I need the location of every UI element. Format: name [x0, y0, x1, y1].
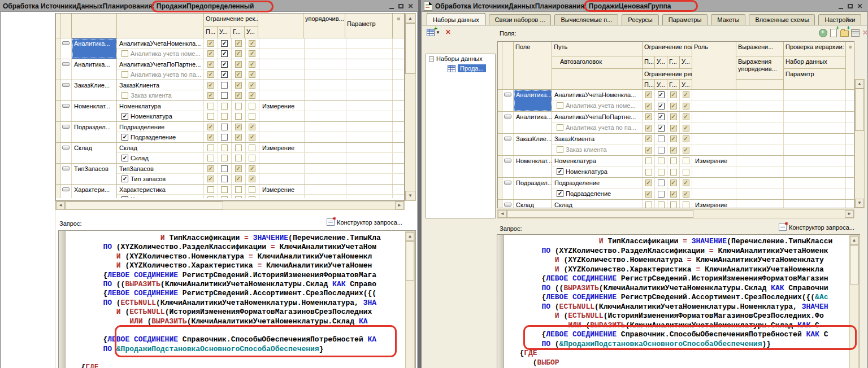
header-cb[interactable]: Г...	[667, 80, 680, 90]
tab-2[interactable]: Связи наборов ...	[489, 14, 552, 25]
restriction-cell[interactable]	[667, 200, 680, 208]
table-row-sub[interactable]: Тип запасов	[117, 174, 405, 184]
row-marker[interactable]	[60, 59, 72, 80]
row-marker[interactable]	[502, 134, 514, 155]
param-cell[interactable]	[346, 69, 393, 80]
order-cell[interactable]	[305, 90, 346, 100]
checkbox[interactable]	[683, 157, 689, 164]
param-cell[interactable]	[346, 59, 393, 69]
path-cell[interactable]: Номенклатура	[117, 101, 204, 111]
path-cell-sub[interactable]: Номенклатура	[552, 167, 643, 177]
restriction-cell[interactable]	[246, 111, 260, 121]
restriction-cell[interactable]	[246, 38, 260, 48]
table-row-group[interactable]: Аналитика...АналитикаУчетаПоПартне...Ана…	[56, 59, 405, 80]
field-cell[interactable]: Подраздел...	[514, 178, 552, 199]
order-cell[interactable]	[736, 200, 784, 208]
checkbox[interactable]	[235, 82, 242, 89]
restriction-cell[interactable]	[680, 122, 692, 133]
row-marker[interactable]	[502, 112, 514, 133]
role-cell[interactable]	[259, 90, 305, 100]
path-cell-sub[interactable]: Подразделение	[552, 189, 643, 199]
header-restriction-rec[interactable]: Ограничение рек...	[204, 14, 258, 27]
restriction-cell[interactable]	[218, 185, 232, 194]
row-marker[interactable]	[502, 178, 514, 199]
left-table-vscrollbar[interactable]: ▲ ▼	[405, 13, 416, 201]
checkbox[interactable]	[249, 124, 255, 130]
checkbox[interactable]	[221, 144, 228, 151]
restriction-cell[interactable]	[655, 200, 667, 208]
restriction-cell[interactable]	[680, 134, 692, 144]
param-cell[interactable]	[346, 195, 393, 198]
restriction-cell[interactable]	[643, 134, 655, 144]
restriction-cell[interactable]	[655, 112, 667, 122]
checkbox[interactable]	[121, 92, 128, 99]
checkbox[interactable]	[221, 71, 228, 78]
path-cell-sub[interactable]: Аналитика учета номе...	[117, 49, 204, 59]
table-row-group[interactable]: Аналитика...АналитикаУчетаНоменкла...Ана…	[498, 90, 854, 112]
checkbox[interactable]	[221, 103, 228, 109]
role-cell[interactable]	[259, 59, 305, 69]
param-cell[interactable]	[784, 200, 846, 208]
row-marker[interactable]	[60, 38, 72, 59]
order-cell[interactable]	[305, 38, 346, 48]
restriction-cell[interactable]	[246, 174, 260, 184]
restriction-cell[interactable]	[232, 80, 246, 90]
order-cell[interactable]	[736, 189, 784, 199]
role-cell[interactable]	[259, 111, 305, 121]
tree-root-datasets[interactable]: Наборы данных	[426, 54, 495, 63]
param-cell[interactable]	[346, 80, 393, 90]
table-row-main[interactable]: Подразделение	[117, 122, 405, 132]
checkbox[interactable]	[235, 165, 242, 172]
header-cb[interactable]: У...	[680, 56, 692, 69]
table-row-group[interactable]: Номенклат...НоменклатураИзмерениеНоменкл…	[498, 156, 854, 178]
checkbox[interactable]	[557, 168, 563, 175]
order-cell[interactable]	[305, 111, 346, 121]
restriction-cell[interactable]	[667, 189, 680, 199]
path-cell[interactable]: Характеристика	[117, 185, 204, 194]
restriction-cell[interactable]	[667, 178, 680, 188]
scroll-down-icon[interactable]: ▼	[405, 191, 415, 200]
order-cell[interactable]	[305, 185, 346, 194]
checkbox[interactable]	[249, 103, 255, 109]
checkbox[interactable]	[645, 135, 652, 142]
restriction-cell[interactable]	[643, 90, 655, 100]
restriction-cell[interactable]	[218, 90, 232, 100]
maximize-button[interactable]	[845, 2, 855, 10]
checkbox[interactable]	[207, 155, 214, 161]
table-row-group[interactable]: ЗаказКлие...ЗаказКлиентаЗаказ клиента	[56, 80, 405, 101]
field-cell[interactable]: Аналитика...	[72, 59, 117, 80]
path-cell-sub[interactable]: Тип запасов	[117, 174, 204, 184]
header-role-col[interactable]	[258, 14, 303, 38]
restriction-cell[interactable]	[232, 185, 246, 194]
tab-7[interactable]: Вложенные схемы	[749, 14, 815, 25]
checkbox[interactable]	[235, 196, 242, 198]
table-row-sub[interactable]: Аналитика учета номе...	[552, 100, 854, 111]
tab-6[interactable]: Макеты	[711, 14, 745, 25]
restriction-cell[interactable]	[680, 200, 692, 208]
role-cell[interactable]	[259, 153, 305, 163]
path-cell-sub[interactable]: Подразделение	[117, 132, 204, 142]
header-cb[interactable]: П...	[643, 56, 655, 69]
checkbox[interactable]	[235, 176, 242, 182]
checkbox[interactable]	[658, 157, 665, 164]
checkbox[interactable]	[249, 61, 255, 68]
path-cell-sub[interactable]: Номенклатура	[117, 111, 204, 121]
restriction-cell[interactable]	[680, 100, 692, 111]
header-param[interactable]: Параметр	[784, 69, 846, 90]
tab-1[interactable]: Наборы данных	[427, 13, 485, 25]
header-cb[interactable]: У...	[680, 80, 692, 90]
restriction-cell[interactable]	[232, 164, 246, 173]
checkbox[interactable]	[658, 191, 665, 198]
right-title-bar[interactable]: Обработка ИсточникиДанныхПланирования: П…	[421, 0, 868, 12]
restriction-cell[interactable]	[680, 144, 692, 155]
checkbox[interactable]	[249, 50, 255, 57]
field-cell[interactable]: Склад	[72, 143, 117, 163]
restriction-cell[interactable]	[655, 156, 667, 166]
order-cell[interactable]	[305, 101, 346, 111]
table-row-group[interactable]: Подраздел...ПодразделениеПодразделение	[56, 122, 405, 143]
restriction-cell[interactable]	[680, 167, 692, 177]
checkbox[interactable]	[235, 92, 242, 99]
checkbox[interactable]	[121, 155, 128, 161]
restriction-cell[interactable]	[204, 49, 218, 59]
checkbox[interactable]	[207, 144, 214, 151]
